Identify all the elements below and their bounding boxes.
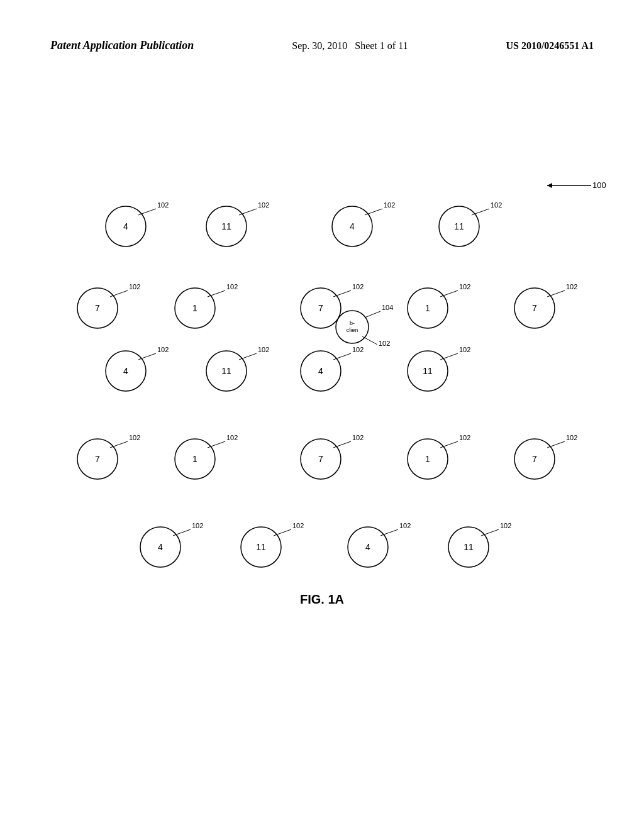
svg-line-30	[333, 290, 351, 297]
svg-text:clien: clien	[347, 327, 358, 333]
svg-text:102: 102	[566, 434, 577, 441]
svg-text:102: 102	[157, 201, 169, 209]
svg-line-18	[472, 209, 489, 215]
svg-text:7: 7	[318, 303, 323, 313]
svg-line-89	[274, 529, 291, 536]
svg-text:102: 102	[258, 201, 269, 209]
svg-text:102: 102	[566, 283, 577, 290]
svg-line-69	[208, 441, 225, 448]
svg-text:102: 102	[500, 522, 511, 529]
svg-text:11: 11	[221, 221, 231, 231]
svg-line-22	[110, 290, 128, 297]
svg-line-6	[138, 209, 156, 215]
svg-text:102: 102	[352, 346, 364, 353]
svg-text:4: 4	[123, 221, 128, 231]
svg-line-38	[547, 290, 565, 297]
svg-text:102: 102	[491, 201, 502, 209]
svg-text:b-: b-	[350, 320, 355, 326]
svg-line-81	[547, 441, 565, 448]
svg-text:102: 102	[129, 434, 140, 441]
svg-text:1: 1	[192, 303, 197, 313]
svg-text:1: 1	[425, 454, 430, 464]
svg-line-43	[365, 311, 380, 318]
svg-text:102: 102	[379, 340, 390, 347]
svg-text:102: 102	[157, 346, 169, 353]
svg-text:4: 4	[123, 366, 128, 376]
svg-text:7: 7	[532, 303, 537, 313]
svg-text:102: 102	[192, 522, 203, 529]
svg-text:4: 4	[350, 221, 355, 231]
svg-line-49	[138, 353, 156, 360]
svg-line-45	[362, 336, 377, 345]
svg-text:1: 1	[425, 303, 430, 313]
svg-line-10	[239, 209, 257, 215]
svg-line-97	[481, 529, 499, 536]
svg-text:102: 102	[384, 201, 395, 209]
svg-marker-1	[547, 183, 552, 188]
svg-line-57	[333, 353, 351, 360]
svg-text:104: 104	[382, 304, 393, 311]
svg-text:7: 7	[95, 303, 100, 313]
svg-text:102: 102	[399, 522, 411, 529]
svg-text:1: 1	[192, 454, 197, 464]
svg-text:102: 102	[258, 346, 269, 353]
svg-text:100: 100	[592, 180, 606, 190]
svg-line-73	[333, 441, 351, 448]
svg-text:11: 11	[464, 542, 474, 552]
svg-text:102: 102	[459, 434, 470, 441]
svg-text:102: 102	[226, 434, 238, 441]
svg-line-34	[440, 290, 458, 297]
svg-line-14	[365, 209, 382, 215]
svg-line-61	[440, 353, 458, 360]
svg-text:7: 7	[532, 454, 537, 464]
svg-text:102: 102	[352, 283, 364, 290]
svg-text:102: 102	[292, 522, 304, 529]
svg-line-26	[208, 290, 225, 297]
svg-line-53	[239, 353, 257, 360]
svg-text:4: 4	[365, 542, 370, 552]
svg-text:102: 102	[459, 283, 470, 290]
svg-line-65	[110, 441, 128, 448]
svg-line-85	[173, 529, 191, 536]
svg-line-93	[380, 529, 398, 536]
svg-text:11: 11	[221, 366, 231, 376]
svg-text:102: 102	[352, 434, 364, 441]
svg-text:4: 4	[158, 542, 163, 552]
svg-text:102: 102	[129, 283, 140, 290]
diagram-svg: 100 4 102 11 102 4 102 11 102 7 102 1 10…	[0, 0, 644, 830]
svg-line-77	[440, 441, 458, 448]
svg-text:4: 4	[318, 366, 323, 376]
svg-text:102: 102	[459, 346, 470, 353]
svg-text:102: 102	[226, 283, 238, 290]
svg-text:11: 11	[423, 366, 433, 376]
svg-text:FIG. 1A: FIG. 1A	[300, 592, 344, 606]
svg-text:11: 11	[256, 542, 266, 552]
svg-text:11: 11	[454, 221, 464, 231]
svg-text:7: 7	[318, 454, 323, 464]
svg-text:7: 7	[95, 454, 100, 464]
